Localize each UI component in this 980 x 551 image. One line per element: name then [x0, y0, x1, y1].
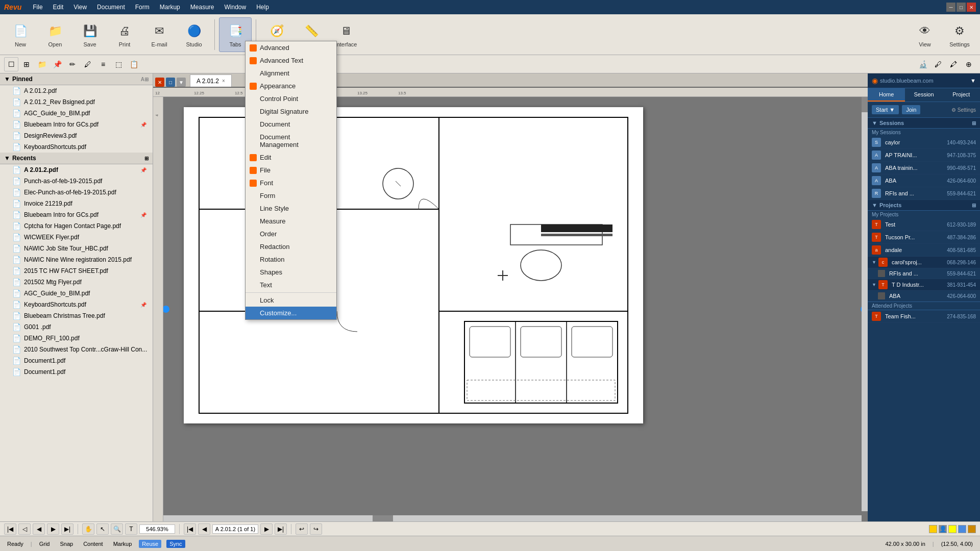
recent-file-17[interactable]: 📄 Document1.pdf — [0, 355, 153, 366]
recents-section-header[interactable]: ▼ Recents ⊞ — [0, 153, 153, 164]
markup-select-btn[interactable]: ☐ — [4, 57, 18, 71]
dm-order[interactable]: Order — [246, 228, 336, 240]
session-item-1[interactable]: A AP TRAINI... 947-108-375 — [868, 149, 980, 162]
tool-person-icon[interactable]: 👤 — [939, 525, 947, 533]
recent-file-4[interactable]: 📄 Bluebeam Intro for GCs.pdf 📌 — [0, 209, 153, 220]
horizontal-scrollbar-thumb[interactable] — [373, 515, 393, 521]
vertical-scrollbar[interactable] — [862, 97, 868, 511]
recent-file-9[interactable]: 📄 2015 TC HW FACT SHEET.pdf — [0, 265, 153, 277]
bt-nav-next[interactable]: ▶ — [260, 523, 273, 535]
bt-nav-first[interactable]: |◀ — [184, 523, 196, 535]
dm-advanced-text[interactable]: Advanced Text — [246, 54, 336, 67]
recents-collapse-icon[interactable]: ▼ — [4, 155, 10, 162]
toolbar-print-button[interactable]: 🖨 Print — [108, 17, 141, 52]
markup-pin-btn[interactable]: 📌 — [50, 57, 64, 71]
markup-edit-btn[interactable]: ✏ — [65, 57, 80, 71]
horizontal-scrollbar[interactable] — [163, 515, 862, 521]
markup-layers-btn[interactable]: ≡ — [96, 57, 110, 71]
tab-close-button[interactable]: × — [222, 78, 225, 84]
menu-file[interactable]: File — [28, 2, 47, 13]
home-tab[interactable]: Home — [868, 88, 905, 102]
bt-redo[interactable]: ↪ — [310, 523, 322, 535]
pinned-file-5[interactable]: 📄 KeyboardShortcuts.pdf — [0, 141, 153, 153]
close-all-icon[interactable]: ✕ — [155, 78, 164, 87]
right-sidebar-scroll[interactable]: ▼ Sessions ⊞ My Sessions S caylor 140-49… — [868, 118, 980, 521]
pinned-file-0[interactable]: 📄 A 2.01.2.pdf — [0, 85, 153, 96]
bt-nav-prev[interactable]: ◀ — [198, 523, 210, 535]
settings-icon[interactable]: ⚙ Settings — [951, 107, 976, 113]
markup-status[interactable]: Markup — [110, 541, 135, 547]
menu-document[interactable]: Document — [92, 2, 130, 13]
start-button[interactable]: Start ▼ — [872, 105, 899, 114]
project-sub-5-0[interactable]: ABA 426-064-600 — [868, 291, 980, 302]
close-button[interactable]: ✕ — [967, 3, 976, 12]
minimize-button[interactable]: ─ — [946, 3, 955, 12]
reuse-status[interactable]: Reuse — [139, 540, 161, 548]
markup-folder-btn[interactable]: 📁 — [35, 57, 49, 71]
bt-prev-page[interactable]: ◀ — [33, 523, 45, 535]
active-tab[interactable]: A 2.01.2 × — [190, 74, 232, 87]
recent-file-10[interactable]: 📄 201502 Mtg Flyer.pdf — [0, 277, 153, 288]
dm-font[interactable]: Font — [246, 177, 336, 189]
toolbar-new-button[interactable]: 📄 New — [4, 17, 37, 52]
dm-edit[interactable]: Edit — [246, 151, 336, 164]
recent-file-13[interactable]: 📄 Bluebeam Christmas Tree.pdf — [0, 310, 153, 321]
tab-settings-icon[interactable]: ▼ — [177, 78, 186, 87]
markup-highlight[interactable]: 🖍 — [946, 57, 961, 71]
menu-form[interactable]: Form — [130, 2, 155, 13]
studio-chevron-icon[interactable]: ▼ — [970, 78, 976, 84]
markup-stamp-btn[interactable]: ⬚ — [111, 57, 126, 71]
highlight-indicator[interactable] — [948, 525, 957, 533]
bt-text-select[interactable]: T — [125, 523, 137, 535]
session-item-4[interactable]: R RFIs and ... 559-844-621 — [868, 187, 980, 200]
pinned-file-2[interactable]: 📄 AGC_Guide_to_BIM.pdf — [0, 108, 153, 119]
dm-document-management[interactable]: Document Management — [246, 131, 336, 151]
menu-markup[interactable]: Markup — [155, 2, 185, 13]
maximize-button[interactable]: □ — [957, 3, 966, 12]
recent-file-3[interactable]: 📄 Invoice 21219.pdf — [0, 198, 153, 209]
dm-alignment[interactable]: Alignment — [246, 67, 336, 80]
dm-lock[interactable]: Lock — [246, 294, 336, 307]
scrollbar-thumb[interactable] — [862, 97, 868, 112]
markup-compare[interactable]: ⊕ — [962, 57, 976, 71]
grid-status[interactable]: Grid — [36, 541, 53, 547]
bt-next-page[interactable]: ▶ — [47, 523, 59, 535]
project-expand-5[interactable]: ▼ T T D Industr... 381-931-454 — [868, 279, 980, 291]
markup-eyedropper[interactable]: 🔬 — [916, 57, 930, 71]
dm-shapes[interactable]: Shapes — [246, 266, 336, 279]
dm-file[interactable]: File — [246, 164, 336, 177]
menu-window[interactable]: Window — [219, 2, 251, 13]
pinned-file-3[interactable]: 📄 Bluebeam Intro for GCs.pdf 📌 — [0, 119, 153, 130]
dm-customize[interactable]: Customize... — [246, 307, 336, 319]
dm-text[interactable]: Text — [246, 279, 336, 291]
project-item-0[interactable]: T Test 612-930-189 — [868, 218, 980, 231]
menu-measure[interactable]: Measure — [185, 2, 219, 13]
pinned-edit-icon[interactable]: A⊞ — [141, 77, 149, 82]
toolbar-open-button[interactable]: 📁 Open — [39, 17, 71, 52]
pinned-file-1[interactable]: 📄 A 2.01.2_Rev Bsigned.pdf — [0, 96, 153, 108]
recent-file-8[interactable]: 📄 NAWIC Nine Wine registration 2015.pdf — [0, 254, 153, 265]
bt-nav-last[interactable]: ▶| — [275, 523, 287, 535]
markup-form-btn[interactable]: 📋 — [127, 57, 141, 71]
session-item-3[interactable]: A ABA 426-064-600 — [868, 174, 980, 187]
recent-file-1[interactable]: 📄 Punch-as-of-feb-19-2015.pdf — [0, 176, 153, 187]
join-button[interactable]: Join — [902, 105, 920, 114]
projects-grid-icon[interactable]: ⊞ — [972, 203, 976, 208]
dm-control-point[interactable]: Control Point — [246, 92, 336, 105]
dm-line-style[interactable]: Line Style — [246, 202, 336, 215]
markup-pen2[interactable]: 🖋 — [931, 57, 945, 71]
dm-measure[interactable]: Measure — [246, 215, 336, 228]
project-item-1[interactable]: T Tucson Pr... 487-384-286 — [868, 231, 980, 244]
recent-file-14[interactable]: 📄 G001 .pdf — [0, 321, 153, 333]
project-item-2[interactable]: a andale 408-581-685 — [868, 244, 980, 257]
studio-url[interactable]: studio.bluebeam.com — [880, 78, 934, 84]
recent-file-5[interactable]: 📄 Cptcha for Hagen Contact Page.pdf — [0, 220, 153, 232]
dm-appearance[interactable]: Appearance — [246, 80, 336, 92]
dm-redaction[interactable]: Redaction — [246, 240, 336, 253]
markup-pen-btn[interactable]: 🖊 — [81, 57, 95, 71]
session-item-0[interactable]: S caylor 140-493-244 — [868, 136, 980, 149]
toolbar-email-button[interactable]: ✉ E-mail — [143, 17, 176, 52]
toolbar-save-button[interactable]: 💾 Save — [74, 17, 106, 52]
bt-zoom-in[interactable]: 🔍 — [111, 523, 123, 535]
project-expand-3[interactable]: ▼ c carol'sproj... 068-298-146 — [868, 257, 980, 268]
